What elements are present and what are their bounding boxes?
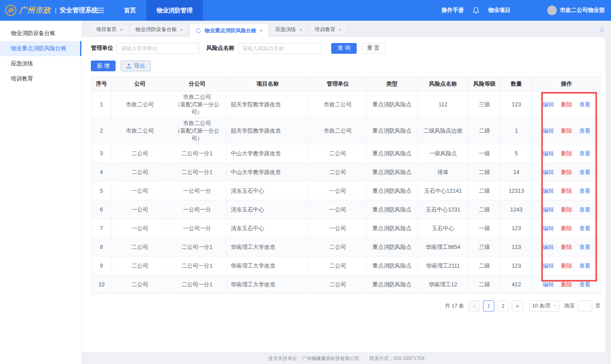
delete-link[interactable]: 删除 <box>561 150 572 157</box>
page-button-1[interactable]: 1 <box>483 300 494 311</box>
page-button-2[interactable]: 2 <box>497 300 509 311</box>
cell-unit: 二公司 <box>330 169 346 175</box>
edit-link[interactable]: 编辑 <box>543 101 554 108</box>
table-row: 4 二公司 二公司一分1 中山大学教学路改造 二公司 重点消防风险点 塔体 二级… <box>91 163 601 182</box>
tab-training[interactable]: 培训教育 × <box>309 24 347 35</box>
sidebar-item-key-fire-risk-ledger[interactable]: 物业重点消防风险台账 <box>0 41 81 56</box>
export-button[interactable]: 导出 <box>121 61 151 71</box>
cell-project: 中山大学教学路改造 <box>231 169 281 175</box>
cell-no: 6 <box>100 206 103 213</box>
next-page-button[interactable]: > <box>512 300 523 311</box>
edit-link[interactable]: 编辑 <box>543 225 554 231</box>
risk-name-filter-input[interactable] <box>238 43 320 54</box>
cell-project: 华南理工大学改造 <box>231 262 275 269</box>
close-icon[interactable]: × <box>338 27 342 33</box>
toolbar: 新 增 导出 <box>91 61 601 71</box>
edit-link[interactable]: 编辑 <box>543 127 554 134</box>
refresh-icon[interactable] <box>196 28 201 33</box>
cell-unit: 二公司 <box>330 150 346 157</box>
tab-key-fire-risk-ledger[interactable]: 物业重点消防风险台账 × <box>190 24 268 37</box>
cell-project: 华南理工大学改造 <box>231 244 275 250</box>
delete-link[interactable]: 删除 <box>561 127 572 134</box>
view-link[interactable]: 查看 <box>579 244 590 250</box>
cell-qty: 1 <box>515 127 518 134</box>
view-link[interactable]: 查看 <box>579 101 590 108</box>
menu-fold-icon[interactable] <box>82 0 114 21</box>
nav-item-fire-management[interactable]: 物业消防管理 <box>146 0 203 21</box>
close-icon[interactable]: × <box>259 27 263 33</box>
brand-emblem-icon <box>5 4 17 16</box>
sidebar-item-equipment-ledger[interactable]: 物业消防设备台账 <box>0 26 81 41</box>
cell-project: 清东玉石中心 <box>231 188 264 194</box>
sidebar: 物业消防设备台账 物业重点消防风险台账 应急演练 培训教育 <box>0 21 82 364</box>
delete-link[interactable]: 删除 <box>561 281 572 288</box>
cell-qty: 14 <box>513 169 520 175</box>
current-user-name[interactable]: 市政二公司物业部 <box>560 7 605 14</box>
manual-link[interactable]: 操作手册 <box>442 7 464 14</box>
prev-page-button[interactable]: < <box>469 300 480 311</box>
close-icon[interactable]: × <box>180 27 183 33</box>
cell-no: 4 <box>100 169 103 175</box>
delete-link[interactable]: 删除 <box>561 244 572 250</box>
edit-link[interactable]: 编辑 <box>543 281 554 288</box>
cell-no: 1 <box>100 101 103 108</box>
delete-link[interactable]: 删除 <box>561 101 572 108</box>
table-body: 1 市政二公司 市政二公司（装配式第一分公司） 韶关学院教学路改造 市政二公司 … <box>91 92 601 294</box>
page-size-value: 10 条/页 <box>532 302 551 309</box>
content-panel: 管理单位 风险点名称 查 询 重 置 新 增 导出 <box>82 37 605 352</box>
view-link[interactable]: 查看 <box>579 127 590 134</box>
cell-unit: 一公司 <box>330 206 346 213</box>
notification-bell-icon[interactable] <box>473 7 479 14</box>
view-link[interactable]: 查看 <box>579 169 590 175</box>
delete-link[interactable]: 删除 <box>561 262 572 269</box>
cell-risk-level: 三级 <box>479 244 490 250</box>
jump-page-input[interactable] <box>578 300 592 311</box>
view-link[interactable]: 查看 <box>579 150 590 157</box>
close-icon[interactable]: × <box>120 27 123 33</box>
delete-link[interactable]: 删除 <box>561 206 572 213</box>
search-button[interactable]: 查 询 <box>331 43 357 54</box>
delete-link[interactable]: 删除 <box>561 188 572 194</box>
edit-link[interactable]: 编辑 <box>543 206 554 213</box>
view-link[interactable]: 查看 <box>579 262 590 269</box>
view-link[interactable]: 查看 <box>579 188 590 194</box>
view-link[interactable]: 查看 <box>579 206 590 213</box>
property-project-link[interactable]: 物业项目 <box>488 7 511 14</box>
cell-risk-name: 塔体 <box>438 169 449 175</box>
table-header-row: 序号 公司 分公司 项目名称 管理单位 类型 风险点名称 风险等级 数量 操作 <box>91 76 601 92</box>
cell-risk-level: 二级 <box>479 169 490 175</box>
cell-company: 二公司 <box>132 244 148 250</box>
col-type: 类型 <box>367 76 418 92</box>
page-size-select[interactable]: 10 条/页 <box>529 300 560 311</box>
cell-type: 重点消防风险点 <box>373 281 412 288</box>
cell-risk-level: 二级 <box>479 281 490 288</box>
delete-link[interactable]: 删除 <box>561 225 572 231</box>
edit-link[interactable]: 编辑 <box>543 169 554 175</box>
cell-type: 重点消防风险点 <box>373 262 412 269</box>
edit-link[interactable]: 编辑 <box>543 244 554 250</box>
sidebar-item-training[interactable]: 培训教育 <box>0 71 81 86</box>
nav-item-home[interactable]: 首页 <box>114 0 146 21</box>
cell-branch: 一公司一分 <box>183 188 211 194</box>
edit-link[interactable]: 编辑 <box>543 150 554 157</box>
close-icon[interactable]: × <box>299 27 303 33</box>
cell-qty: 123 <box>512 262 521 269</box>
view-link[interactable]: 查看 <box>579 225 590 231</box>
add-button[interactable]: 新 增 <box>91 61 116 71</box>
cell-company: 一公司 <box>132 225 148 231</box>
tab-emergency-drill[interactable]: 应急演练 × <box>270 24 308 35</box>
delete-link[interactable]: 删除 <box>561 169 572 175</box>
user-avatar[interactable] <box>547 6 557 15</box>
cell-type: 重点消防风险点 <box>373 188 412 194</box>
tab-equipment-ledger[interactable]: 物业消防设备台账 × <box>130 24 189 35</box>
cell-risk-level: 二级 <box>479 262 490 269</box>
view-link[interactable]: 查看 <box>579 281 590 288</box>
edit-link[interactable]: 编辑 <box>543 188 554 194</box>
edit-link[interactable]: 编辑 <box>543 262 554 269</box>
reset-button[interactable]: 重 置 <box>361 43 385 54</box>
sidebar-item-emergency-drill[interactable]: 应急演练 <box>0 56 81 71</box>
unit-filter-input[interactable] <box>117 43 199 54</box>
unlock-icon[interactable] <box>599 25 605 33</box>
tab-project-home[interactable]: 项目首页 × <box>91 24 128 35</box>
cell-company: 市政二公司 <box>126 101 154 108</box>
